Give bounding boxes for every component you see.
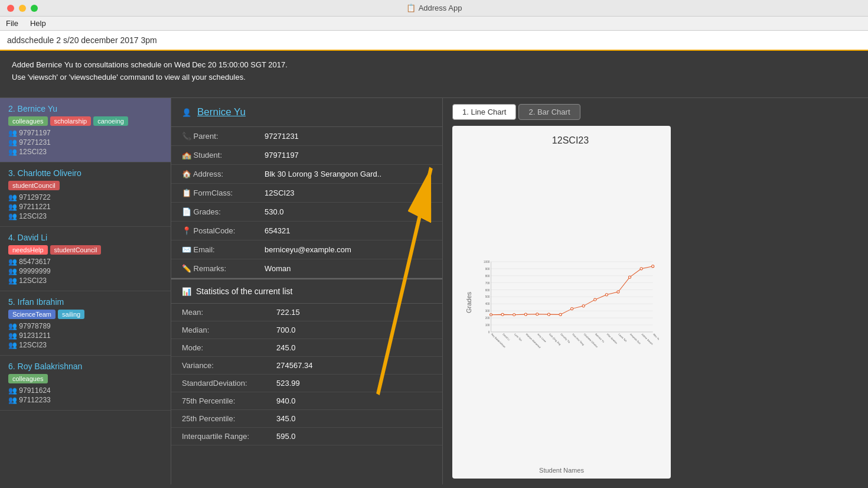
chart-x-label: Student Names <box>539 467 584 474</box>
person-phone1: 👥 97971197 <box>8 129 162 137</box>
app-title: 📋 Address App <box>406 4 462 12</box>
minimize-button[interactable] <box>19 5 26 12</box>
formclass-value: 12SCI23 <box>265 188 295 197</box>
tag-row: colleagues <box>8 374 162 383</box>
p25-value: 345.0 <box>276 414 296 423</box>
svg-text:Irfan Ibrahim: Irfan Ibrahim <box>606 333 618 344</box>
close-button[interactable] <box>7 5 14 12</box>
detail-row-address: 🏠 Address: Blk 30 Lorong 3 Serangoon Gar… <box>171 165 442 184</box>
menu-help[interactable]: Help <box>30 19 46 28</box>
svg-text:700: 700 <box>485 282 490 285</box>
tag: studentCouncil <box>8 181 60 190</box>
person-list: 2. Bernice Yucolleaguesscholarshipcanoei… <box>0 98 171 484</box>
grades-value: 530.0 <box>265 207 284 216</box>
list-item[interactable]: 2. Bernice Yucolleaguesscholarshipcanoei… <box>0 98 171 162</box>
stats-mode: Mode: 245.0 <box>171 339 442 357</box>
svg-point-45 <box>559 313 562 315</box>
menu-file[interactable]: File <box>6 19 18 28</box>
svg-text:David Li: David Li <box>502 333 510 341</box>
main-content: 2. Bernice Yucolleaguesscholarshipcanoei… <box>0 98 680 484</box>
tab-bar-chart[interactable]: 2. Bar Chart <box>518 104 580 120</box>
svg-text:200: 200 <box>485 317 490 320</box>
svg-text:500: 500 <box>485 295 490 298</box>
svg-text:300: 300 <box>485 310 490 313</box>
list-item[interactable]: 3. Charlotte OliveirostudentCouncil👥 971… <box>0 162 171 227</box>
iqr-label: Interquartile Range: <box>182 432 276 441</box>
postal-label: 📍 PostalCode: <box>182 226 259 235</box>
svg-point-51 <box>628 276 631 278</box>
command-input[interactable] <box>7 35 861 45</box>
svg-point-53 <box>652 265 654 268</box>
svg-point-41 <box>513 314 515 316</box>
median-value: 700.0 <box>276 326 296 334</box>
window-controls[interactable] <box>7 5 38 12</box>
stats-p75: 75th Percentile: 940.0 <box>171 392 442 410</box>
tag-row: studentCouncil <box>8 181 162 190</box>
svg-text:800: 800 <box>485 275 490 278</box>
svg-text:0: 0 <box>488 331 490 334</box>
svg-text:Bernice Yu: Bernice Yu <box>595 333 605 343</box>
app-icon: 📋 <box>406 4 416 12</box>
svg-point-43 <box>536 313 539 315</box>
person-formclass: 👥 12SCI23 <box>8 276 162 285</box>
list-item[interactable]: 4. David LineedsHelpstudentCouncil👥 8547… <box>0 227 171 291</box>
detail-name: Bernice Yu <box>197 106 246 118</box>
command-area[interactable] <box>0 31 868 51</box>
person-formclass: 👥 12SCI23 <box>8 148 162 156</box>
svg-text:100: 100 <box>485 324 490 327</box>
email-value: berniceyu@example.com <box>265 245 351 254</box>
tag-row: ScienceTeamsailing <box>8 310 162 319</box>
detail-row-student: 🏫 Student: 97971197 <box>171 146 442 165</box>
grades-label: 📄 Grades: <box>182 207 259 216</box>
person-phone1: 👥 97129722 <box>8 193 162 201</box>
svg-point-52 <box>640 268 642 270</box>
output-line2: Use 'viewsch' or 'viewschedule' command … <box>12 71 856 84</box>
svg-text:900: 900 <box>485 268 490 271</box>
svg-text:600: 600 <box>485 289 490 292</box>
person-icon: 👤 <box>182 108 191 117</box>
person-name: 3. Charlotte Oliveiro <box>8 168 162 178</box>
tag: needsHelp <box>8 245 48 255</box>
stats-iqr: Interquartile Range: 595.0 <box>171 428 442 445</box>
parent-label: 📞 Parent: <box>182 132 259 141</box>
student-label: 🏫 Student: <box>182 151 259 160</box>
detail-row-remarks: ✏️ Remarks: Woman <box>171 259 442 278</box>
line-chart-svg: 01002003004005006007008009001000Roy Bala… <box>482 151 659 464</box>
postal-value: 654321 <box>265 226 290 235</box>
tag: colleagues <box>8 116 48 126</box>
person-name: 4. David Li <box>8 233 162 242</box>
stats-median: Median: 700.0 <box>171 321 442 339</box>
tab-line-chart[interactable]: 1. Line Chart <box>452 104 516 120</box>
person-name: 6. Roy Balakrishnan <box>8 362 162 371</box>
person-name: 2. Bernice Yu <box>8 104 162 113</box>
title-bar: 📋 Address App <box>0 0 868 17</box>
chart-container: 12SCI23 Grades 0100200300400500600700800… <box>452 126 671 479</box>
stats-header: 📊 Statistics of the current list <box>171 278 442 304</box>
person-phone1: 👥 97978789 <box>8 322 162 330</box>
mean-value: 722.15 <box>276 308 300 317</box>
svg-text:Amanda Sun: Amanda Sun <box>629 333 642 345</box>
detail-row-email: ✉️ Email: berniceyu@example.com <box>171 240 442 259</box>
variance-label: Variance: <box>182 361 276 370</box>
svg-text:Laura Teh: Laura Teh <box>618 333 628 343</box>
person-phone1: 👥 85473617 <box>8 258 162 266</box>
tag: sailing <box>58 310 84 319</box>
svg-text:Alex Yeoh: Alex Yeoh <box>652 333 659 343</box>
list-item[interactable]: 5. Irfan IbrahimScienceTeamsailing👥 9797… <box>0 291 171 356</box>
list-item[interactable]: 6. Roy Balakrishnancolleagues👥 97911624👥… <box>0 356 171 411</box>
student-value: 97971197 <box>265 151 299 160</box>
mode-value: 245.0 <box>276 343 296 352</box>
main-area: 2. Bernice Yucolleaguesscholarshipcanoei… <box>0 98 868 488</box>
tag: studentCouncil <box>50 245 102 255</box>
address-value: Blk 30 Lorong 3 Serangoon Gard.. <box>265 170 381 178</box>
mode-label: Mode: <box>182 343 276 352</box>
formclass-label: 📋 FormClass: <box>182 188 259 197</box>
p75-value: 940.0 <box>276 396 296 405</box>
chart-panel: 1. Line Chart 2. Bar Chart 12SCI23 Grade… <box>443 98 680 484</box>
stats-p25: 25th Percentile: 345.0 <box>171 410 442 428</box>
stats-variance: Variance: 274567.34 <box>171 357 442 375</box>
tag-row: needsHelpstudentCouncil <box>8 245 162 255</box>
detail-row-parent: 📞 Parent: 97271231 <box>171 127 442 146</box>
maximize-button[interactable] <box>31 5 38 12</box>
stddev-label: StandardDeviation: <box>182 379 276 388</box>
